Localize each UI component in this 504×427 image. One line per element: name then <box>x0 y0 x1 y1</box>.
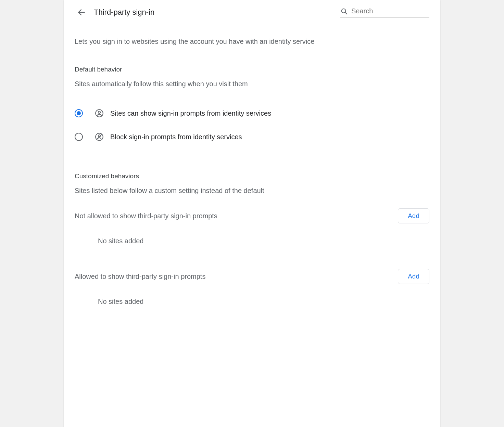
radio-option-allow[interactable]: Sites can show sign-in prompts from iden… <box>75 102 429 125</box>
back-button[interactable] <box>75 5 88 19</box>
add-not-allowed-button[interactable]: Add <box>398 208 429 223</box>
radio-button[interactable] <box>75 133 83 141</box>
allowed-row: Allowed to show third-party sign-in prom… <box>75 269 429 284</box>
search-input[interactable] <box>351 7 429 15</box>
radio-option-block[interactable]: Block sign-in prompts from identity serv… <box>75 125 429 148</box>
page-description: Lets you sign in to websites using the a… <box>75 36 429 47</box>
header: Third-party sign-in <box>64 0 440 19</box>
block-icon <box>94 132 104 142</box>
search-icon <box>340 8 348 15</box>
search-field[interactable] <box>340 7 429 17</box>
svg-line-2 <box>345 12 347 14</box>
not-allowed-label: Not allowed to show third-party sign-in … <box>75 212 217 220</box>
not-allowed-empty: No sites added <box>75 237 429 245</box>
customized-behaviors-subtitle: Sites listed below follow a custom setti… <box>75 187 429 195</box>
settings-card: Third-party sign-in Lets you sign in to … <box>64 0 440 427</box>
default-behavior-title: Default behavior <box>75 66 429 73</box>
radio-button[interactable] <box>75 109 83 117</box>
allowed-label: Allowed to show third-party sign-in prom… <box>75 273 205 281</box>
arrow-left-icon <box>77 8 86 17</box>
radio-label: Sites can show sign-in prompts from iden… <box>110 109 271 117</box>
allowed-empty: No sites added <box>75 298 429 306</box>
not-allowed-row: Not allowed to show third-party sign-in … <box>75 208 429 223</box>
default-behavior-subtitle: Sites automatically follow this setting … <box>75 80 429 88</box>
customized-behaviors-title: Customized behaviors <box>75 172 429 180</box>
content: Lets you sign in to websites using the a… <box>64 36 440 306</box>
default-behavior-radio-group: Sites can show sign-in prompts from iden… <box>75 102 429 148</box>
radio-label: Block sign-in prompts from identity serv… <box>110 133 242 141</box>
svg-point-4 <box>98 111 101 114</box>
person-circle-icon <box>94 108 104 118</box>
radio-inner-dot <box>77 111 81 115</box>
page-title: Third-party sign-in <box>94 8 340 17</box>
add-allowed-button[interactable]: Add <box>398 269 429 284</box>
